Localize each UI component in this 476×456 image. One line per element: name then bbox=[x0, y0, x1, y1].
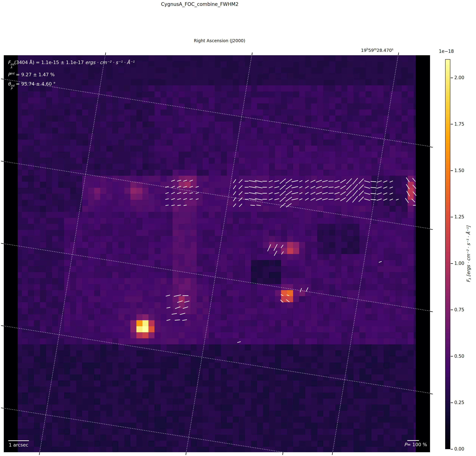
axis-tick bbox=[430, 147, 433, 148]
polarization-annotation: Pint = 9.27 ± 1.47 % bbox=[8, 69, 134, 79]
pol-symbol: P bbox=[8, 72, 10, 77]
axis-tick bbox=[1, 407, 4, 408]
colorbar-tick-mark bbox=[451, 170, 453, 171]
ra-tick-label: 19h59m28.470s bbox=[355, 48, 400, 53]
axis-tick bbox=[430, 229, 433, 230]
axis-tick bbox=[1, 243, 4, 244]
angle-value: = 95.74 ± 4.60 ° bbox=[15, 81, 56, 87]
colorbar-tick-mark bbox=[451, 263, 453, 264]
arcsec-scale-label: 1 arcsec bbox=[9, 442, 28, 448]
figure: CygnusA_FOC_combine_FWHM2 Right Ascensio… bbox=[0, 0, 476, 456]
colorbar-offset-label: 1e−18 bbox=[439, 49, 463, 54]
flux-value: (3404 Å) = 1.1e-15 ± 1.1e-17 bbox=[14, 60, 85, 65]
angle-symbol: θ bbox=[8, 81, 11, 87]
figure-title: CygnusA_FOC_combine_FWHM2 bbox=[0, 1, 400, 7]
colorbar-tick-label: 1.25 bbox=[454, 214, 473, 219]
flux-supsub: intλ bbox=[10, 63, 14, 69]
integrated-measurements: Fintλ(3404 Å) = 1.1e-15 ± 1.1e-17 ergs ·… bbox=[8, 58, 134, 90]
axis-tick bbox=[430, 311, 433, 312]
angle-supsub: intP bbox=[11, 84, 15, 90]
flux-units: ergs · cm⁻² · s⁻¹ · Å⁻¹ bbox=[85, 60, 134, 65]
axis-tick bbox=[252, 52, 253, 55]
arcsec-scale-bar bbox=[8, 440, 29, 441]
colorbar-tick-label: 1.75 bbox=[454, 122, 473, 127]
axis-tick bbox=[1, 78, 4, 79]
colorbar-tick-label: 0.00 bbox=[454, 446, 473, 452]
axis-tick bbox=[186, 452, 187, 455]
ra-seconds-unit: s bbox=[392, 48, 393, 51]
colorbar-tick-label: 0.50 bbox=[454, 354, 473, 359]
axis-tick bbox=[332, 452, 333, 455]
colorbar-tick-label: 0.25 bbox=[454, 400, 473, 405]
colorbar-tick-mark bbox=[451, 356, 453, 357]
ra-hours: 19 bbox=[361, 48, 366, 53]
flux-annotation: Fintλ(3404 Å) = 1.1e-15 ± 1.1e-17 ergs ·… bbox=[8, 58, 134, 69]
colorbar-tick-mark bbox=[451, 217, 453, 217]
angle-annotation: θintP = 95.74 ± 4.60 ° bbox=[8, 79, 134, 90]
colorbar-tick-label: 0.75 bbox=[454, 307, 473, 312]
colorbar bbox=[445, 59, 450, 449]
axis-tick bbox=[282, 452, 283, 455]
sky-image-canvas bbox=[4, 55, 430, 452]
colorbar-tick-label: 2.00 bbox=[454, 75, 473, 80]
colorbar-tick-mark bbox=[451, 124, 453, 124]
colorbar-tick-mark bbox=[451, 449, 453, 449]
colorbar-tick-mark bbox=[451, 402, 453, 403]
polarization-scale-bar bbox=[407, 440, 419, 441]
axis-tick bbox=[1, 161, 4, 162]
axis-tick bbox=[398, 52, 399, 55]
x-axis-label: Right Ascension (J2000) bbox=[0, 38, 439, 43]
ra-minutes: 59 bbox=[368, 48, 374, 53]
colorbar-tick-mark bbox=[451, 310, 453, 310]
axis-tick bbox=[39, 452, 40, 455]
axis-tick bbox=[430, 393, 433, 394]
pol-value: = 9.27 ± 1.47 % bbox=[14, 72, 55, 77]
ra-seconds: 28.470 bbox=[377, 48, 392, 53]
axis-tick bbox=[1, 325, 4, 326]
flux-symbol: F bbox=[8, 60, 10, 65]
colorbar-tick-mark bbox=[451, 78, 453, 78]
ra-hours-unit: h bbox=[366, 48, 368, 51]
ra-minutes-unit: m bbox=[374, 48, 377, 51]
colorbar-tick-label: 1.50 bbox=[454, 168, 473, 173]
axis-tick bbox=[105, 52, 106, 55]
colorbar-axis-label: Fλ [ergs · cm⁻² · s⁻¹ · Å⁻¹] bbox=[466, 226, 472, 282]
polarization-scale-label: P= 100 % bbox=[391, 442, 427, 447]
